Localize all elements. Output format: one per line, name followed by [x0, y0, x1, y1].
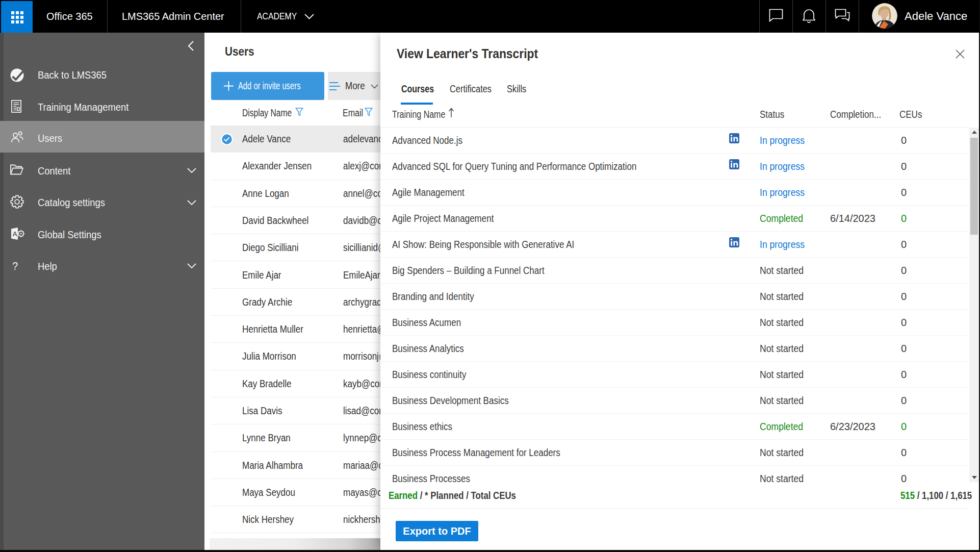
svg-text:A: A [13, 230, 18, 238]
